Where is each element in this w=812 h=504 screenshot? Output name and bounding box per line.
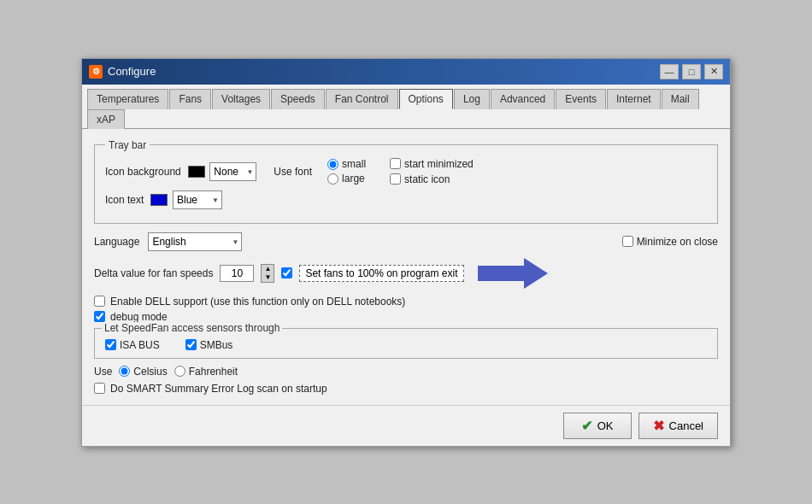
celsius-item: Celsius [119, 366, 167, 378]
fahrenheit-item: Fahrenheit [174, 366, 238, 378]
sensors-group: Let SpeedFan access sensors through ISA … [94, 328, 718, 359]
language-label: Language [94, 236, 139, 248]
cancel-button[interactable]: ✖ Cancel [638, 413, 718, 439]
start-minimized-label: start minimized [404, 158, 474, 170]
tab-options[interactable]: Options [399, 89, 453, 109]
static-icon-label: static icon [404, 173, 450, 185]
ok-check-icon: ✔ [581, 418, 592, 434]
font-small-radio[interactable] [327, 159, 338, 170]
font-large-radio[interactable] [327, 173, 338, 185]
delta-row: Delta value for fan speeds ▲ ▼ Set fans … [94, 258, 718, 289]
maximize-button[interactable]: □ [682, 64, 701, 79]
window-title: Configure [108, 65, 156, 78]
icon-background-row: Icon background None Black White Use fon… [105, 158, 707, 185]
font-large-label: large [342, 173, 365, 185]
title-buttons: — □ ✕ [660, 64, 723, 79]
delta-spinbox[interactable] [220, 265, 254, 282]
arrow-shaft [478, 266, 525, 281]
debug-mode-label: debug mode [110, 311, 168, 323]
options-content: Tray bar Icon background None Black Whit… [82, 129, 730, 405]
sensors-legend: Let SpeedFan access sensors through [102, 322, 282, 334]
ok-button[interactable]: ✔ OK [563, 413, 632, 439]
icon-text-select[interactable]: Blue Red Green White Black [173, 190, 222, 209]
delta-spin-buttons: ▲ ▼ [261, 264, 274, 283]
start-minimized-item: start minimized [390, 158, 474, 170]
tab-fan-control[interactable]: Fan Control [326, 89, 398, 109]
tab-internet[interactable]: Internet [607, 89, 661, 109]
tab-bar: Temperatures Fans Voltages Speeds Fan Co… [82, 85, 730, 129]
debug-mode-checkbox[interactable] [94, 311, 105, 322]
tab-xap[interactable]: xAP [87, 109, 125, 129]
tab-temperatures[interactable]: Temperatures [87, 89, 168, 109]
language-select-wrapper: English French German [148, 232, 242, 251]
set-fans-checkbox[interactable] [281, 267, 292, 278]
icon-text-label: Icon text [105, 194, 144, 206]
icon-background-swatch [188, 166, 205, 178]
configure-window: ⚙ Configure — □ ✕ Temperatures Fans Volt… [81, 58, 731, 447]
isa-bus-checkbox[interactable] [105, 339, 116, 350]
tray-bar-legend: Tray bar [105, 139, 150, 151]
tab-speeds[interactable]: Speeds [271, 89, 325, 109]
tab-advanced[interactable]: Advanced [491, 89, 555, 109]
minimize-button[interactable]: — [660, 64, 679, 79]
tab-log[interactable]: Log [454, 89, 490, 109]
fahrenheit-radio[interactable] [174, 366, 185, 377]
minimize-on-close-label: Minimize on close [637, 236, 718, 248]
font-large-item: large [327, 173, 366, 185]
title-bar: ⚙ Configure — □ ✕ [82, 59, 730, 85]
dell-support-label: Enable DELL support (use this function o… [110, 296, 405, 308]
app-icon: ⚙ [89, 65, 103, 79]
language-row: Language English French German Minimize … [94, 232, 718, 251]
tab-voltages[interactable]: Voltages [212, 89, 270, 109]
delta-label: Delta value for fan speeds [94, 267, 213, 279]
dell-support-row: Enable DELL support (use this function o… [94, 296, 718, 308]
arrow-head [524, 258, 548, 289]
icon-text-swatch [150, 194, 168, 206]
tray-options-checkboxes: start minimized static icon [390, 158, 474, 185]
dell-support-checkbox[interactable] [94, 296, 105, 307]
start-minimized-checkbox[interactable] [390, 158, 401, 169]
icon-background-select-wrapper: None Black White [188, 162, 257, 181]
isa-bus-item: ISA BUS [105, 339, 160, 351]
icon-text-row: Icon text Blue Red Green White Black [105, 190, 707, 209]
isa-bus-label: ISA BUS [120, 339, 160, 351]
tab-events[interactable]: Events [556, 89, 606, 109]
delta-spin-up[interactable]: ▲ [262, 265, 274, 273]
icon-background-select[interactable]: None Black White [209, 162, 256, 181]
celsius-label: Celsius [133, 366, 167, 378]
static-icon-item: static icon [390, 173, 474, 185]
use-unit-row: Use Celsius Fahrenheit [94, 366, 718, 378]
tab-fans[interactable]: Fans [169, 89, 211, 109]
celsius-radio[interactable] [119, 366, 130, 377]
dell-support-text: Enable DELL support (use this function o… [110, 296, 405, 308]
set-fans-label: Set fans to 100% on program exit [299, 265, 463, 282]
smart-scan-row: Do SMART Summary Error Log scan on start… [94, 383, 718, 395]
minimize-on-close-item: Minimize on close [622, 236, 718, 248]
arrow-annotation [478, 258, 548, 289]
smbus-label: SMBus [200, 339, 233, 351]
close-button[interactable]: ✕ [704, 64, 723, 79]
icon-text-select-wrapper: Blue Red Green White Black [150, 190, 222, 209]
smart-scan-label: Do SMART Summary Error Log scan on start… [110, 383, 327, 395]
minimize-on-close-checkbox[interactable] [622, 236, 633, 247]
fahrenheit-label: Fahrenheit [189, 366, 238, 378]
smart-scan-checkbox[interactable] [94, 383, 105, 394]
bottom-bar: ✔ OK ✖ Cancel [82, 405, 730, 446]
use-label: Use [94, 366, 112, 378]
smbus-item: SMBus [185, 339, 233, 351]
tab-mail[interactable]: Mail [662, 89, 699, 109]
cancel-label: Cancel [669, 419, 703, 432]
sensors-checkboxes: ISA BUS SMBus [105, 339, 707, 351]
static-icon-checkbox[interactable] [390, 173, 401, 185]
delta-spin-down[interactable]: ▼ [262, 273, 274, 282]
font-small-item: small [327, 158, 366, 170]
debug-mode-row: debug mode [94, 311, 718, 323]
use-font-label: Use font [274, 166, 312, 178]
title-bar-left: ⚙ Configure [89, 65, 156, 79]
ok-label: OK [597, 419, 614, 432]
tray-bar-group: Tray bar Icon background None Black Whit… [94, 139, 718, 224]
font-small-label: small [342, 158, 366, 170]
icon-background-label: Icon background [105, 166, 181, 178]
language-select[interactable]: English French German [148, 232, 242, 251]
smbus-checkbox[interactable] [185, 339, 197, 350]
